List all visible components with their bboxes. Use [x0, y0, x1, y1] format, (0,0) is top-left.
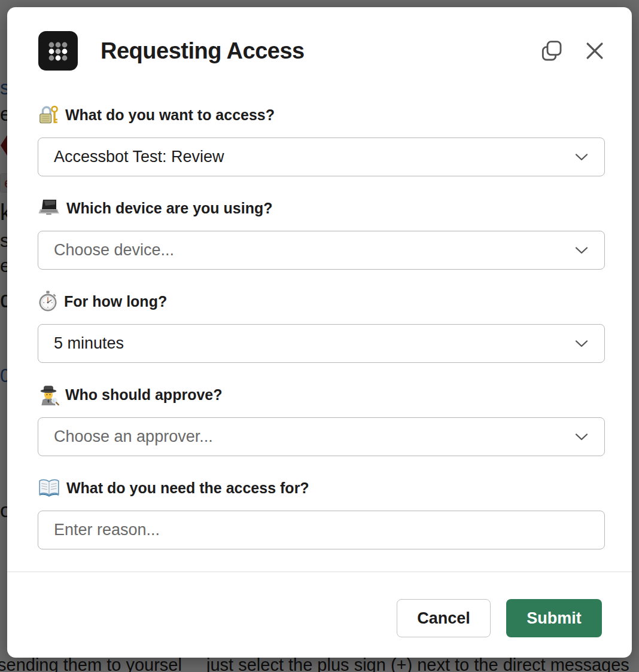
access-field-label: What do you want to access?: [38, 103, 275, 127]
modal-header: Requesting Access: [38, 31, 608, 71]
device-field-label-text: Which device are you using?: [66, 200, 273, 217]
duration-select[interactable]: 5 minutes: [38, 324, 605, 363]
access-select[interactable]: Accessbot Test: Review: [38, 138, 605, 176]
reason-field-label-text: What do you need the access for?: [66, 479, 309, 497]
detective-icon: [38, 384, 59, 405]
close-icon: [583, 39, 606, 62]
open-book-icon: [38, 478, 60, 497]
duration-select-value: 5 minutes: [54, 334, 567, 353]
approver-field-label-text: Who should approve?: [65, 386, 223, 404]
reason-field-label: What do you need the access for?: [38, 476, 309, 500]
laptop-icon: [38, 198, 60, 218]
header-actions: [538, 38, 608, 64]
copy-icon: [540, 39, 564, 63]
approver-field-label: Who should approve?: [38, 383, 223, 407]
device-field-label: Which device are you using?: [38, 196, 273, 220]
app-grid-dots-icon: [38, 31, 78, 71]
access-field-label-text: What do you want to access?: [65, 106, 275, 124]
device-select-placeholder: Choose device...: [54, 241, 567, 259]
duration-field-label: For how long?: [38, 289, 167, 313]
submit-button[interactable]: Submit: [506, 599, 602, 637]
chevron-down-icon: [574, 153, 589, 161]
copy-button[interactable]: [538, 38, 565, 64]
screen: A s ea ❮ e k s: e qu a 0 o sending them …: [0, 0, 639, 672]
requesting-access-modal: Requesting Access: [7, 7, 632, 658]
close-button[interactable]: [582, 38, 608, 64]
approver-select[interactable]: Choose an approver...: [38, 417, 605, 456]
stopwatch-icon: [38, 291, 58, 312]
approver-select-placeholder: Choose an approver...: [54, 427, 567, 446]
lock-with-key-icon: [38, 104, 59, 126]
modal-title: Requesting Access: [101, 38, 305, 64]
cancel-button[interactable]: Cancel: [397, 599, 491, 637]
chevron-down-icon: [574, 433, 589, 441]
reason-input[interactable]: [38, 511, 605, 549]
access-select-value: Accessbot Test: Review: [54, 148, 567, 166]
device-select[interactable]: Choose device...: [38, 231, 605, 270]
duration-field-label-text: For how long?: [64, 293, 167, 310]
footer-divider: [7, 572, 632, 572]
chevron-down-icon: [574, 246, 589, 255]
chevron-down-icon: [574, 340, 589, 348]
